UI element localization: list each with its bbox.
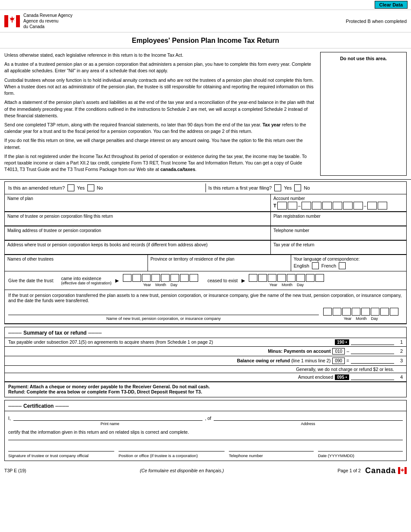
name-of-plan-cell: Name of plan [5,194,271,211]
header-row: Canada Revenue Agency Agence du revenu d… [0,10,411,32]
summary-title: –––– Summary of tax or refund –––– [5,327,406,338]
summary-row1-input[interactable] [351,339,394,345]
month-box-1b[interactable] [170,274,179,282]
amended-yes-checkbox[interactable] [67,184,74,191]
trust-date-row: Give the date the trust: came into exist… [5,271,406,290]
transfer-month-a[interactable] [361,308,370,316]
account-number-label: Account number [273,196,404,201]
transfer-day-b[interactable] [390,308,398,316]
cert-telephone-underline[interactable] [229,443,314,451]
acct-box-9[interactable] [367,202,377,210]
summary-row-4: Amount enclosed 095 • 4 [5,373,406,382]
day-box-2b[interactable] [315,274,324,282]
summary-row1-code: 190 • [335,339,349,345]
clear-data-button[interactable]: Clear Data [375,1,408,9]
cert-address-underline[interactable] [214,414,403,421]
acct-box-2[interactable] [288,202,297,210]
year-box-2a[interactable] [249,274,257,282]
intro-p5-pre: Send one completed T3P return, along wit… [4,122,263,127]
year-box-1d[interactable] [151,274,160,282]
cert-signature-cell: Signature of trustee or trust company of… [8,443,114,458]
acct-dash-1: – [298,203,301,208]
telephone-input[interactable] [273,233,404,238]
transfer-year-b[interactable] [333,308,341,316]
first-yes-label: Yes [284,185,292,190]
plan-reg-input[interactable] [273,219,404,224]
first-year-right: Is this return a first year filing? Yes … [209,184,403,191]
cert-certify-text: certify that the information given in th… [8,428,403,436]
year-box-1a[interactable] [123,274,132,282]
transfer-day-a[interactable] [380,308,389,316]
protected-text: Protected B when completed [346,19,407,24]
balance-owing-post: (line 1 minus line 2) [291,358,331,363]
language-cell: Your language of correspondence: English… [291,255,406,271]
year-box-1b[interactable] [132,274,141,282]
footer-french-text: (Ce formulaire est disponible en françai… [140,468,224,473]
acct-box-3[interactable] [302,202,311,210]
canada-flag-icon [4,13,20,29]
year-box-2d[interactable] [277,274,286,282]
do-not-use-label: Do not use this area. [340,56,387,61]
intro-p3: Custodial trustees whose only function i… [4,77,316,97]
month-box-2a[interactable] [287,274,295,282]
province-input[interactable] [151,261,288,267]
summary-row-1: Tax payable under subsection 207.1(5) on… [5,338,406,347]
cert-signature-underline[interactable] [8,443,114,451]
acct-box-5[interactable] [322,202,332,210]
year-box-1c[interactable] [142,274,151,282]
month-box-1a[interactable] [161,274,170,282]
agency-text: Canada Revenue Agency Agence du revenu d… [23,13,72,29]
mailing-address-input[interactable] [7,233,268,238]
transfer-year-c[interactable] [342,308,351,316]
first-year-label: Is this return a first year filing? [209,185,272,190]
plan-reg-cell: Plan registration number [271,212,406,226]
year-box-2b[interactable] [258,274,267,282]
cert-position-cell: Position or office (if trustee is a corp… [119,443,225,458]
amended-no-checkbox[interactable] [87,184,94,191]
year-box-2c[interactable] [268,274,276,282]
transfer-year-a[interactable] [323,308,332,316]
month-label-1: Month [155,283,166,287]
agency-fr2: du Canada [23,24,45,29]
transfer-name-label: Name of new trust, pension corporation, … [8,316,319,321]
acct-box-10[interactable] [378,202,387,210]
acct-box-7[interactable] [343,202,353,210]
summary-row-3-wrapper: Balance owing or refund (line 1 minus li… [5,356,406,373]
summary-row4-input[interactable] [351,374,394,380]
other-trustees-input[interactable] [7,261,145,267]
acct-box-1[interactable] [277,202,287,210]
day-box-1a[interactable] [180,274,189,282]
transfer-year-d[interactable] [352,308,360,316]
transfer-name-underline[interactable] [8,306,319,315]
french-checkbox[interactable] [339,262,346,269]
summary-section: –––– Summary of tax or refund –––– Tax p… [4,327,407,397]
account-number-boxes: T – – [273,202,404,210]
first-no-checkbox[interactable] [294,184,301,191]
address-books-input[interactable] [7,247,268,252]
transfer-month-b[interactable] [371,308,379,316]
acct-box-6[interactable] [333,202,342,210]
day-box-2a[interactable] [306,274,315,282]
acct-box-8[interactable] [353,202,363,210]
tax-year-input[interactable] [273,247,404,252]
cert-date-underline[interactable] [318,443,403,451]
first-yes-checkbox[interactable] [274,184,281,191]
trust-intro: Give the date the trust: [8,278,54,283]
transfer-day-label: Day [371,316,378,321]
tax-year-cell: Tax year of the return [271,241,406,254]
summary-row2-code: 010 [332,348,345,355]
name-of-plan-input[interactable] [7,201,268,206]
cert-print-name-label: Print name [15,422,205,426]
trustee-name-input[interactable] [7,219,268,224]
summary-row3-input[interactable] [351,358,394,364]
day-box-1b[interactable] [189,274,198,282]
summary-row2-input[interactable] [351,348,394,354]
cert-print-name-underline[interactable] [13,414,202,421]
intro-p7-pre: If the plan is not registered under the … [4,154,307,172]
intro-p5-bold: Tax year [263,122,281,127]
month-box-2b[interactable] [296,274,305,282]
cert-position-underline[interactable] [119,443,225,451]
english-checkbox[interactable] [312,262,319,269]
intro-text: Unless otherwise stated, each legislativ… [4,52,316,176]
acct-box-4[interactable] [312,202,321,210]
